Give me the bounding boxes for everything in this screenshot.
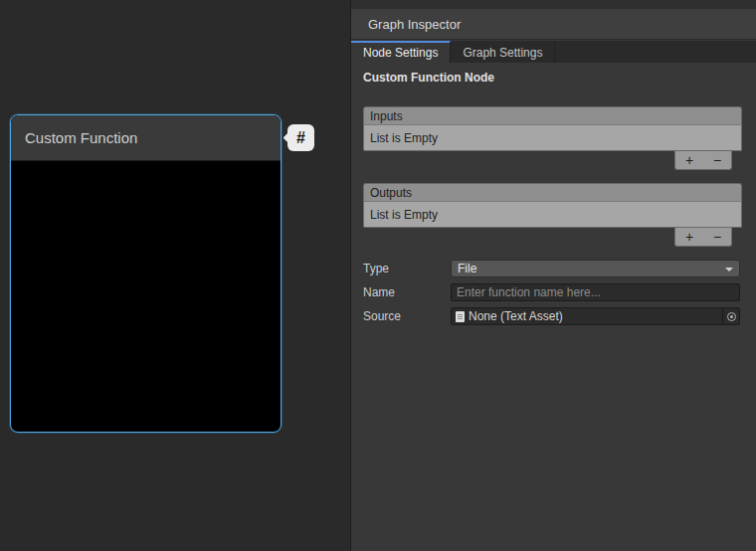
outputs-list-header: Outputs	[363, 183, 742, 202]
outputs-list-empty-row: List is Empty	[363, 202, 742, 228]
object-picker-button[interactable]	[722, 308, 739, 324]
inputs-list: Inputs List is Empty + −	[363, 106, 742, 170]
inputs-list-empty-row: List is Empty	[363, 125, 742, 151]
tab-node-settings[interactable]: Node Settings	[351, 41, 451, 63]
graph-inspector-panel: Graph Inspector Node Settings Graph Sett…	[350, 0, 756, 551]
outputs-add-button[interactable]: +	[675, 230, 703, 244]
inputs-remove-button[interactable]: −	[703, 153, 731, 167]
function-name-input[interactable]	[451, 283, 740, 301]
section-title: Custom Function Node	[363, 71, 494, 85]
outputs-list-footer: + −	[363, 228, 742, 247]
type-row: Type File	[363, 260, 740, 277]
outputs-list-footer-box: + −	[674, 228, 732, 247]
graph-canvas[interactable]: Custom Function #	[0, 0, 350, 551]
inputs-list-empty-label: List is Empty	[370, 131, 438, 145]
type-dropdown-value: File	[458, 262, 476, 276]
tab-node-settings-label: Node Settings	[363, 46, 438, 60]
source-label: Source	[363, 309, 451, 323]
tab-graph-settings-label: Graph Settings	[463, 46, 542, 60]
inputs-list-header: Inputs	[363, 106, 742, 125]
inspector-title: Graph Inspector	[368, 17, 461, 32]
name-label: Name	[363, 285, 451, 299]
object-picker-icon	[727, 312, 736, 321]
outputs-list-empty-label: List is Empty	[370, 208, 438, 222]
type-label: Type	[363, 262, 451, 276]
outputs-list: Outputs List is Empty + −	[363, 183, 742, 247]
hash-badge-icon: #	[287, 124, 314, 151]
node-title-bar[interactable]: Custom Function	[11, 115, 281, 161]
source-row: Source None (Text Asset)	[363, 307, 740, 325]
name-row: Name	[363, 283, 740, 301]
text-asset-icon	[456, 311, 465, 322]
inputs-add-button[interactable]: +	[675, 153, 703, 167]
custom-function-node[interactable]: Custom Function	[10, 114, 282, 433]
inputs-list-footer: + −	[363, 151, 742, 170]
source-object-value: None (Text Asset)	[469, 309, 563, 323]
inspector-title-bar[interactable]: Graph Inspector	[351, 9, 756, 40]
inspector-tab-bar: Node Settings Graph Settings	[351, 41, 756, 63]
tab-graph-settings[interactable]: Graph Settings	[451, 41, 555, 63]
inputs-list-header-label: Inputs	[370, 109, 403, 123]
panel-top-strip	[351, 0, 756, 9]
source-object-field[interactable]: None (Text Asset)	[451, 307, 740, 325]
outputs-remove-button[interactable]: −	[703, 230, 731, 244]
outputs-list-header-label: Outputs	[370, 186, 412, 200]
dropdown-caret-icon	[725, 268, 733, 272]
node-title: Custom Function	[25, 129, 137, 146]
inputs-list-footer-box: + −	[674, 151, 732, 170]
type-dropdown[interactable]: File	[451, 260, 740, 277]
